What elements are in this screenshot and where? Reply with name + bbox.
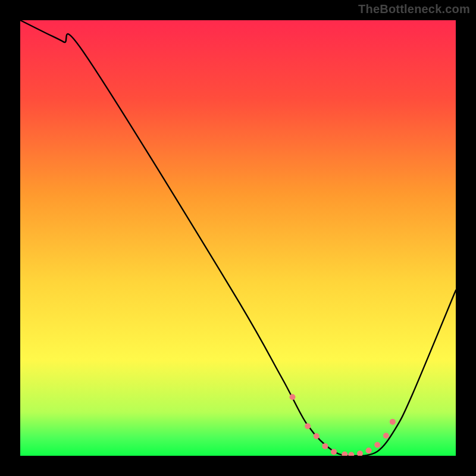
watermark-text: TheBottleneck.com [358,2,470,16]
marker-dot [331,449,337,455]
marker-dot [290,394,296,400]
chart-container: TheBottleneck.com [0,0,476,476]
plot-area [20,20,456,456]
marker-dot [374,442,380,448]
plot-svg [20,20,456,456]
marker-dot [305,423,311,429]
marker-dot [322,443,328,449]
marker-dot [390,419,396,425]
marker-dot [314,433,320,439]
marker-dot [366,447,372,453]
marker-dot [383,433,389,439]
gradient-background [20,20,456,456]
